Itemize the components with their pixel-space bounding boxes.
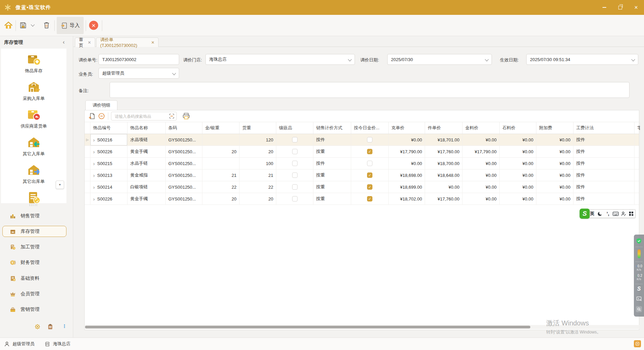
moon-icon[interactable] [596,211,604,216]
table-row[interactable]: ›S00213黄金戒指GYS001250...2121按重✓¥18,698.00… [85,169,639,181]
table-cell[interactable]: 按重 [313,181,351,193]
cell-checkbox[interactable] [276,158,313,169]
column-header[interactable]: 销售计价方式 [313,122,351,134]
sidebar-drag-handle[interactable] [29,204,38,206]
expand-row-icon[interactable]: › [93,172,95,178]
keyboard-icon[interactable] [612,212,620,216]
restore-button[interactable] [612,0,628,15]
table-cell[interactable] [202,134,240,145]
cell-checkbox[interactable] [351,158,389,169]
search-icon[interactable] [634,306,644,312]
table-cell[interactable]: 20 [202,193,240,205]
cell-item-code[interactable]: ›S00226 [90,146,128,157]
table-cell[interactable]: ¥0.00 [536,146,573,157]
table-cell[interactable]: 21 [202,169,240,181]
column-header[interactable]: 石料价 [500,122,536,134]
table-cell[interactable]: ¥18,701.00 [425,134,463,145]
clerk-select[interactable]: 超级管理员 [99,68,179,79]
adjust-date-select[interactable]: 2025/07/30 [387,54,492,65]
tab-close-icon[interactable]: ✕ [151,40,155,45]
table-cell[interactable]: 120 [240,134,276,145]
column-header[interactable]: 饰品编号 [90,122,128,134]
table-cell[interactable]: GYS001250... [166,181,202,193]
column-header[interactable]: 零 [635,122,640,134]
minimize-button[interactable] [596,0,612,15]
table-cell[interactable]: ¥0.00 [536,169,573,181]
column-header[interactable]: 克单价 [389,122,425,134]
table-cell[interactable] [635,181,640,193]
checkbox-checked-icon[interactable]: ✓ [367,172,372,178]
table-cell[interactable]: ¥18,700.00 [425,158,463,169]
cell-checkbox[interactable]: ✓ [351,146,389,157]
ime-menu-grid-icon[interactable] [627,211,635,216]
table-cell[interactable]: ¥18,699.00 [389,181,425,193]
table-cell[interactable]: ¥0.00 [463,193,500,205]
barcode-search-input[interactable] [114,113,166,120]
table-cell[interactable]: ¥0.00 [500,169,536,181]
table-cell[interactable]: ¥0.00 [536,193,573,205]
table-cell[interactable]: 按件 [313,158,351,169]
checkbox-unchecked-icon[interactable] [292,161,298,166]
table-cell[interactable]: 按件 [573,146,635,157]
ime-logo-icon[interactable]: S [580,209,590,219]
expand-row-icon[interactable]: › [93,184,95,190]
checkbox-unchecked-icon[interactable] [292,196,298,201]
sidebar-menu-5[interactable]: 基础资料 [2,273,66,284]
ime-status-icon[interactable] [634,340,641,347]
checkbox-checked-icon[interactable]: ✓ [367,149,372,154]
table-cell[interactable]: GYS001250... [166,134,202,145]
checkbox-unchecked-icon[interactable] [367,161,372,166]
sidebar-item-6[interactable] [1,190,66,203]
table-cell[interactable]: 22 [240,181,276,193]
table-row[interactable]: ›S00226黄金手镯GYS001250...2020按重✓¥17,790.00… [85,146,639,158]
checkbox-checked-icon[interactable]: ✓ [367,184,372,190]
column-header[interactable]: 按今日金价... [351,122,389,134]
table-cell[interactable]: GYS001250... [166,158,202,169]
sidebar-item-3[interactable]: 供应商退货单 [1,107,66,129]
table-cell[interactable]: ¥18,702.00 [389,193,425,205]
table-cell[interactable]: ¥0.00 [500,181,536,193]
table-cell[interactable]: 按件 [573,193,635,205]
save-dropdown-button[interactable] [31,25,34,26]
checkbox-unchecked-icon[interactable] [292,184,298,190]
table-cell[interactable]: 白银项链 [128,181,166,193]
table-cell[interactable]: GYS001250... [166,146,202,157]
sidebar-menu-4[interactable]: ¥财务管理 [2,257,66,268]
tab-close-icon[interactable]: ✕ [88,40,91,45]
checkbox-unchecked-icon[interactable] [292,172,298,178]
cell-checkbox[interactable]: ✓ [351,169,389,181]
cell-checkbox[interactable] [276,193,313,205]
shortcut-more-button[interactable]: ▼ [56,181,64,189]
table-cell[interactable]: 按件 [573,169,635,181]
column-header[interactable]: 饰品名称 [128,122,166,134]
table-cell[interactable]: 按重 [313,146,351,157]
print-button[interactable] [183,113,190,119]
table-cell[interactable]: 按重 [313,169,351,181]
table-cell[interactable]: ¥0.00 [463,134,500,145]
table-cell[interactable]: 100 [240,158,276,169]
table-cell[interactable]: 按件 [573,158,635,169]
sidebar-item-1[interactable]: 饰品库存 [1,52,66,74]
sidebar-menu-7[interactable]: 营销管理 [2,304,66,315]
save-button[interactable] [19,22,27,29]
cancel-button[interactable]: ✕ [89,21,98,30]
table-cell[interactable]: ¥0.00 [536,134,573,145]
column-header[interactable]: 货重 [240,122,276,134]
table-cell[interactable] [635,134,640,145]
table-cell[interactable]: 22 [202,181,240,193]
cell-item-code[interactable]: ›S00216 [90,134,128,145]
punctuation-icon[interactable]: ’, [604,211,612,216]
clipboard-icon[interactable] [47,324,53,330]
table-cell[interactable]: 黄金戒指 [128,169,166,181]
table-cell[interactable]: 按件 [573,181,635,193]
cell-item-code[interactable]: ›S00213 [90,169,128,181]
remark-input[interactable] [110,82,629,98]
collapse-sidebar-icon[interactable]: ‹ [63,39,65,46]
shield-check-icon[interactable] [634,238,644,244]
delete-button[interactable] [43,22,50,29]
expand-row-icon[interactable]: › [93,196,95,202]
table-cell[interactable]: ¥0.00 [463,158,500,169]
security-suite-icon[interactable]: S [634,286,644,292]
more-options-icon[interactable]: ⋮ [61,323,67,329]
table-cell[interactable]: 黄金手镯 [128,146,166,157]
